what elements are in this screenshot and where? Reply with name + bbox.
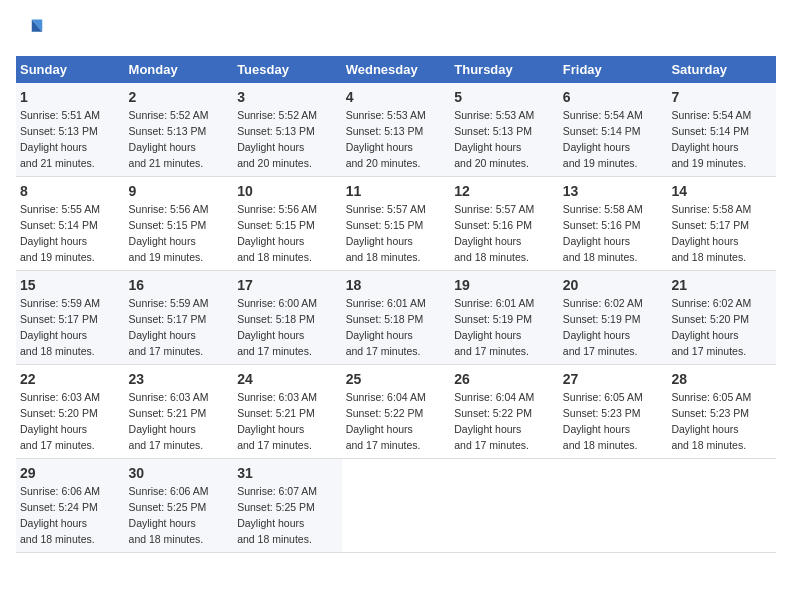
day-sunset: Sunset: 5:25 PM [237,501,315,513]
day-daylight-duration: and 18 minutes. [563,251,638,263]
day-sunset: Sunset: 5:15 PM [129,219,207,231]
day-daylight-label: Daylight hours [671,235,738,247]
day-sunset: Sunset: 5:25 PM [129,501,207,513]
day-number: 31 [237,463,338,483]
day-daylight-duration: and 21 minutes. [20,157,95,169]
day-sunrise: Sunrise: 6:05 AM [671,391,751,403]
day-sunset: Sunset: 5:21 PM [129,407,207,419]
calendar-day: 27Sunrise: 6:05 AMSunset: 5:23 PMDayligh… [559,365,668,459]
day-sunrise: Sunrise: 5:53 AM [454,109,534,121]
day-number: 25 [346,369,447,389]
day-daylight-duration: and 17 minutes. [346,345,421,357]
day-daylight-label: Daylight hours [563,235,630,247]
calendar-day: 23Sunrise: 6:03 AMSunset: 5:21 PMDayligh… [125,365,234,459]
day-sunrise: Sunrise: 5:55 AM [20,203,100,215]
day-daylight-label: Daylight hours [237,235,304,247]
day-daylight-label: Daylight hours [671,329,738,341]
day-number: 17 [237,275,338,295]
day-daylight-label: Daylight hours [237,423,304,435]
day-daylight-duration: and 20 minutes. [454,157,529,169]
day-number: 2 [129,87,230,107]
day-sunrise: Sunrise: 5:59 AM [129,297,209,309]
day-sunrise: Sunrise: 6:00 AM [237,297,317,309]
day-number: 9 [129,181,230,201]
calendar-day: 21Sunrise: 6:02 AMSunset: 5:20 PMDayligh… [667,271,776,365]
weekday-header: Tuesday [233,56,342,83]
day-sunrise: Sunrise: 5:58 AM [671,203,751,215]
day-daylight-label: Daylight hours [563,141,630,153]
day-sunrise: Sunrise: 5:59 AM [20,297,100,309]
weekday-header: Sunday [16,56,125,83]
calendar-day: 11Sunrise: 5:57 AMSunset: 5:15 PMDayligh… [342,177,451,271]
day-sunset: Sunset: 5:20 PM [20,407,98,419]
day-daylight-duration: and 18 minutes. [563,439,638,451]
day-sunrise: Sunrise: 5:54 AM [671,109,751,121]
day-daylight-label: Daylight hours [20,141,87,153]
day-daylight-duration: and 20 minutes. [346,157,421,169]
weekday-header-row: SundayMondayTuesdayWednesdayThursdayFrid… [16,56,776,83]
calendar-day: 1Sunrise: 5:51 AMSunset: 5:13 PMDaylight… [16,83,125,177]
calendar-day: 24Sunrise: 6:03 AMSunset: 5:21 PMDayligh… [233,365,342,459]
calendar-day: 22Sunrise: 6:03 AMSunset: 5:20 PMDayligh… [16,365,125,459]
day-daylight-label: Daylight hours [129,517,196,529]
day-daylight-label: Daylight hours [671,423,738,435]
day-daylight-label: Daylight hours [129,423,196,435]
day-sunrise: Sunrise: 6:06 AM [129,485,209,497]
day-sunrise: Sunrise: 6:02 AM [671,297,751,309]
day-daylight-label: Daylight hours [237,141,304,153]
day-number: 22 [20,369,121,389]
day-sunrise: Sunrise: 5:51 AM [20,109,100,121]
day-daylight-label: Daylight hours [346,423,413,435]
day-sunrise: Sunrise: 5:56 AM [237,203,317,215]
calendar-day: 18Sunrise: 6:01 AMSunset: 5:18 PMDayligh… [342,271,451,365]
day-sunset: Sunset: 5:20 PM [671,313,749,325]
day-sunset: Sunset: 5:15 PM [237,219,315,231]
day-number: 4 [346,87,447,107]
day-sunset: Sunset: 5:13 PM [237,125,315,137]
day-daylight-duration: and 17 minutes. [129,345,204,357]
day-sunset: Sunset: 5:13 PM [20,125,98,137]
weekday-header: Monday [125,56,234,83]
day-daylight-label: Daylight hours [20,517,87,529]
day-number: 28 [671,369,772,389]
day-daylight-duration: and 18 minutes. [237,533,312,545]
day-sunrise: Sunrise: 6:03 AM [20,391,100,403]
day-daylight-duration: and 17 minutes. [20,439,95,451]
day-sunset: Sunset: 5:14 PM [563,125,641,137]
day-daylight-label: Daylight hours [563,423,630,435]
logo [16,16,50,44]
day-sunset: Sunset: 5:18 PM [346,313,424,325]
day-daylight-duration: and 19 minutes. [671,157,746,169]
calendar-day: 28Sunrise: 6:05 AMSunset: 5:23 PMDayligh… [667,365,776,459]
day-number: 3 [237,87,338,107]
day-sunset: Sunset: 5:23 PM [563,407,641,419]
day-sunset: Sunset: 5:24 PM [20,501,98,513]
calendar-empty-cell [450,459,559,553]
day-number: 13 [563,181,664,201]
day-daylight-label: Daylight hours [129,329,196,341]
calendar-week-row: 15Sunrise: 5:59 AMSunset: 5:17 PMDayligh… [16,271,776,365]
day-daylight-duration: and 17 minutes. [129,439,204,451]
day-sunrise: Sunrise: 6:04 AM [346,391,426,403]
day-sunset: Sunset: 5:17 PM [20,313,98,325]
day-sunset: Sunset: 5:19 PM [454,313,532,325]
day-sunset: Sunset: 5:13 PM [129,125,207,137]
day-daylight-duration: and 19 minutes. [563,157,638,169]
day-number: 16 [129,275,230,295]
day-daylight-duration: and 18 minutes. [671,251,746,263]
day-number: 23 [129,369,230,389]
day-sunset: Sunset: 5:14 PM [20,219,98,231]
day-daylight-duration: and 17 minutes. [454,345,529,357]
day-sunset: Sunset: 5:16 PM [454,219,532,231]
day-daylight-duration: and 17 minutes. [563,345,638,357]
day-sunset: Sunset: 5:13 PM [346,125,424,137]
calendar-day: 13Sunrise: 5:58 AMSunset: 5:16 PMDayligh… [559,177,668,271]
day-daylight-label: Daylight hours [20,423,87,435]
day-daylight-duration: and 19 minutes. [129,251,204,263]
day-number: 11 [346,181,447,201]
day-number: 20 [563,275,664,295]
calendar-day: 31Sunrise: 6:07 AMSunset: 5:25 PMDayligh… [233,459,342,553]
day-number: 27 [563,369,664,389]
day-sunrise: Sunrise: 6:07 AM [237,485,317,497]
day-daylight-label: Daylight hours [237,517,304,529]
